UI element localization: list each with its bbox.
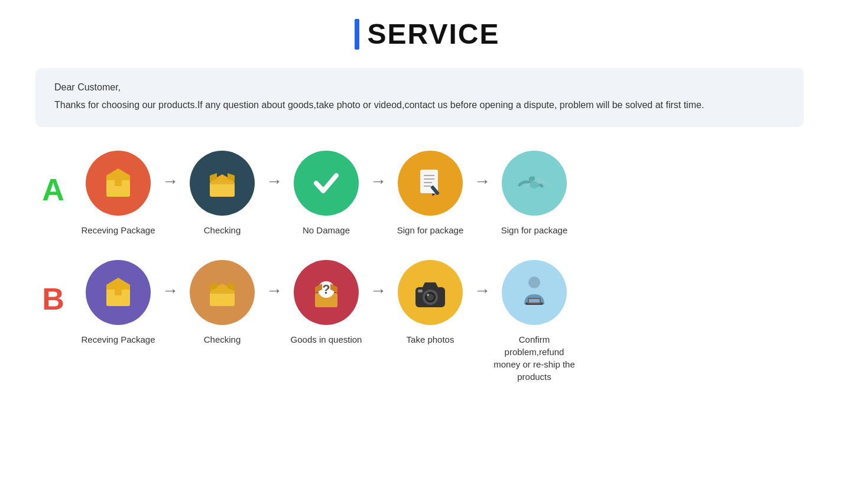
scenario-b-label: B xyxy=(35,281,71,317)
step-a5: Sign for package xyxy=(493,151,576,236)
step-b3: ? Goods in question xyxy=(285,260,368,346)
svg-rect-3 xyxy=(115,179,122,186)
scenario-a-steps: Receving Package → xyxy=(77,151,576,236)
step-a4-label: Sign for package xyxy=(397,224,464,236)
page-container: SERVICE Dear Customer, Thanks for choosi… xyxy=(0,0,854,430)
step-a3: No Damage xyxy=(285,151,368,236)
step-b5-label: Confirm problem,refund money or re-ship … xyxy=(493,333,576,383)
svg-rect-40 xyxy=(529,299,540,303)
page-title: SERVICE xyxy=(368,18,500,50)
svg-rect-36 xyxy=(418,290,423,292)
step-b4-label: Take photos xyxy=(407,333,454,346)
svg-rect-8 xyxy=(210,181,235,184)
svg-rect-25 xyxy=(210,291,235,294)
scenario-b: B Receving Package → xyxy=(35,260,819,383)
scenario-b-steps: Receving Package → xyxy=(77,260,576,383)
step-a1-icon xyxy=(86,151,151,216)
scenario-a: A Receving Package xyxy=(35,151,819,236)
step-b1: Receving Package xyxy=(77,260,160,346)
step-a4-icon xyxy=(398,151,463,216)
step-b2: Checking xyxy=(181,260,264,346)
arrow-b1: → xyxy=(162,260,178,300)
step-b4-icon xyxy=(398,260,463,325)
svg-marker-1 xyxy=(106,168,130,175)
info-box: Dear Customer, Thanks for choosing our p… xyxy=(35,68,804,127)
step-a3-icon xyxy=(294,151,359,216)
arrow-a4: → xyxy=(474,151,491,191)
step-b1-label: Receving Package xyxy=(81,333,155,346)
step-b5-icon xyxy=(502,260,567,325)
step-b2-label: Checking xyxy=(204,333,241,346)
step-a2: Checking xyxy=(181,151,264,236)
step-a5-label: Sign for package xyxy=(501,224,568,236)
step-a2-label: Checking xyxy=(204,224,241,236)
step-a3-label: No Damage xyxy=(303,224,350,236)
arrow-a3: → xyxy=(370,151,387,191)
step-a4: Sign for package xyxy=(389,151,472,236)
step-a2-icon xyxy=(190,151,255,216)
step-b1-icon xyxy=(86,260,151,325)
scenario-a-label: A xyxy=(35,172,71,207)
step-b5: Confirm problem,refund money or re-ship … xyxy=(493,260,576,383)
svg-point-16 xyxy=(530,181,539,188)
svg-rect-20 xyxy=(115,288,122,295)
title-bar: SERVICE xyxy=(35,18,819,50)
step-b4: Take photos xyxy=(389,260,472,346)
step-a1: Receving Package xyxy=(77,151,160,236)
info-message: Thanks for choosing our products.If any … xyxy=(54,97,785,113)
step-b3-icon: ? xyxy=(294,260,359,325)
svg-point-35 xyxy=(427,294,429,296)
step-b3-label: Goods in question xyxy=(291,333,362,346)
arrow-a2: → xyxy=(266,151,282,191)
arrow-b2: → xyxy=(266,260,282,300)
svg-point-37 xyxy=(528,277,540,288)
step-a1-label: Receving Package xyxy=(81,224,155,236)
arrow-b4: → xyxy=(474,260,491,300)
svg-text:?: ? xyxy=(322,282,330,297)
arrow-a1: → xyxy=(162,151,178,191)
title-accent-bar xyxy=(355,19,359,50)
arrow-b3: → xyxy=(370,260,387,300)
svg-marker-18 xyxy=(106,278,130,285)
step-a5-icon xyxy=(502,151,567,216)
step-b2-icon xyxy=(190,260,255,325)
info-greeting: Dear Customer, xyxy=(54,82,785,93)
